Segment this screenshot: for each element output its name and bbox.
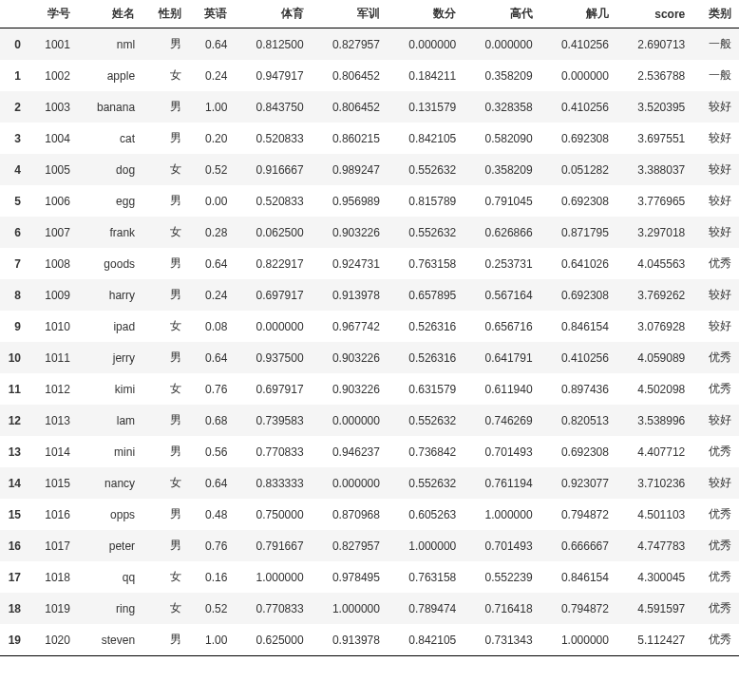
cell-学号: 1003 xyxy=(28,91,78,123)
cell-数分: 0.000000 xyxy=(388,28,464,61)
cell-体育: 0.000000 xyxy=(235,311,311,342)
cell-英语: 0.76 xyxy=(189,373,236,405)
table-row: 151016opps男0.480.7500000.8709680.6052631… xyxy=(0,499,739,530)
col-analysis: 数分 xyxy=(388,0,464,28)
cell-姓名: banana xyxy=(78,91,142,123)
cell-军训: 0.956989 xyxy=(312,185,388,217)
cell-性别: 女 xyxy=(142,373,189,405)
cell-score: 3.710236 xyxy=(616,467,692,499)
cell-英语: 0.24 xyxy=(189,60,236,91)
cell-解几: 0.666667 xyxy=(540,530,616,561)
cell-类别: 优秀 xyxy=(692,342,739,373)
cell-解几: 0.692308 xyxy=(540,123,616,154)
cell-数分: 0.657895 xyxy=(388,279,464,311)
cell-英语: 0.28 xyxy=(189,217,236,248)
cell-英语: 1.00 xyxy=(189,624,236,656)
cell-数分: 0.552632 xyxy=(388,405,464,436)
cell-解几: 0.641026 xyxy=(540,248,616,279)
cell-学号: 1011 xyxy=(28,342,78,373)
cell-姓名: frank xyxy=(78,217,142,248)
cell-学号: 1014 xyxy=(28,436,78,467)
cell-学号: 1004 xyxy=(28,123,78,154)
cell-学号: 1017 xyxy=(28,530,78,561)
cell-score: 4.747783 xyxy=(616,530,692,561)
row-index: 0 xyxy=(0,28,28,61)
cell-高代: 0.731343 xyxy=(464,624,540,656)
cell-高代: 0.358209 xyxy=(464,60,540,91)
cell-数分: 0.131579 xyxy=(388,91,464,123)
table-row: 181019ring女0.520.7708331.0000000.7894740… xyxy=(0,593,739,624)
row-index: 11 xyxy=(0,373,28,405)
cell-英语: 0.56 xyxy=(189,436,236,467)
cell-高代: 0.253731 xyxy=(464,248,540,279)
cell-英语: 0.08 xyxy=(189,311,236,342)
cell-解几: 0.871795 xyxy=(540,217,616,248)
cell-高代: 0.701493 xyxy=(464,436,540,467)
row-index: 4 xyxy=(0,154,28,185)
cell-数分: 0.789474 xyxy=(388,593,464,624)
cell-学号: 1007 xyxy=(28,217,78,248)
cell-性别: 女 xyxy=(142,217,189,248)
cell-高代: 0.611940 xyxy=(464,373,540,405)
cell-体育: 0.812500 xyxy=(235,28,311,61)
cell-解几: 0.410256 xyxy=(540,91,616,123)
cell-类别: 优秀 xyxy=(692,624,739,656)
cell-学号: 1005 xyxy=(28,154,78,185)
cell-学号: 1012 xyxy=(28,373,78,405)
cell-高代: 0.358209 xyxy=(464,154,540,185)
cell-姓名: qq xyxy=(78,561,142,593)
cell-类别: 较好 xyxy=(692,91,739,123)
cell-军训: 0.989247 xyxy=(312,154,388,185)
cell-score: 4.501103 xyxy=(616,499,692,530)
cell-解几: 0.051282 xyxy=(540,154,616,185)
cell-解几: 0.692308 xyxy=(540,436,616,467)
cell-类别: 优秀 xyxy=(692,530,739,561)
cell-体育: 0.843750 xyxy=(235,91,311,123)
col-index xyxy=(0,0,28,28)
cell-体育: 0.697917 xyxy=(235,373,311,405)
col-score: score xyxy=(616,0,692,28)
cell-学号: 1019 xyxy=(28,593,78,624)
cell-学号: 1001 xyxy=(28,28,78,61)
cell-类别: 优秀 xyxy=(692,593,739,624)
cell-体育: 0.697917 xyxy=(235,279,311,311)
cell-数分: 0.763158 xyxy=(388,248,464,279)
cell-军训: 0.913978 xyxy=(312,279,388,311)
cell-高代: 0.552239 xyxy=(464,561,540,593)
cell-高代: 0.791045 xyxy=(464,185,540,217)
row-index: 16 xyxy=(0,530,28,561)
cell-体育: 0.770833 xyxy=(235,593,311,624)
cell-英语: 0.20 xyxy=(189,123,236,154)
col-geometry: 解几 xyxy=(540,0,616,28)
cell-类别: 一般 xyxy=(692,28,739,61)
cell-score: 4.300045 xyxy=(616,561,692,593)
cell-姓名: harry xyxy=(78,279,142,311)
col-pe: 体育 xyxy=(235,0,311,28)
cell-英语: 0.24 xyxy=(189,279,236,311)
cell-性别: 女 xyxy=(142,467,189,499)
table-row: 41005dog女0.520.9166670.9892470.5526320.3… xyxy=(0,154,739,185)
cell-性别: 女 xyxy=(142,154,189,185)
table-row: 61007frank女0.280.0625000.9032260.5526320… xyxy=(0,217,739,248)
col-category: 类别 xyxy=(692,0,739,28)
table-row: 171018qq女0.161.0000000.9784950.7631580.5… xyxy=(0,561,739,593)
cell-类别: 一般 xyxy=(692,60,739,91)
col-student-id: 学号 xyxy=(28,0,78,28)
row-index: 12 xyxy=(0,405,28,436)
cell-性别: 男 xyxy=(142,279,189,311)
cell-性别: 男 xyxy=(142,436,189,467)
row-index: 14 xyxy=(0,467,28,499)
cell-性别: 男 xyxy=(142,185,189,217)
cell-性别: 女 xyxy=(142,60,189,91)
cell-数分: 0.631579 xyxy=(388,373,464,405)
cell-姓名: apple xyxy=(78,60,142,91)
table-row: 91010ipad女0.080.0000000.9677420.5263160.… xyxy=(0,311,739,342)
cell-姓名: lam xyxy=(78,405,142,436)
cell-学号: 1009 xyxy=(28,279,78,311)
row-index: 15 xyxy=(0,499,28,530)
cell-score: 4.059089 xyxy=(616,342,692,373)
cell-军训: 0.806452 xyxy=(312,60,388,91)
row-index: 10 xyxy=(0,342,28,373)
cell-score: 4.591597 xyxy=(616,593,692,624)
cell-类别: 较好 xyxy=(692,311,739,342)
